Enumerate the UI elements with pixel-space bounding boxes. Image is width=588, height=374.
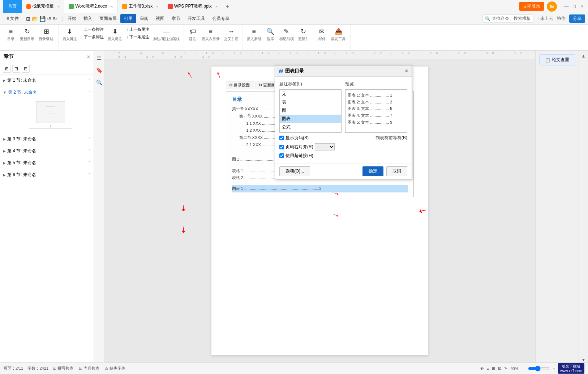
ribbon-toc-btn[interactable]: ≡ 目录 <box>4 26 17 43</box>
status-spell[interactable]: ☑ 拼写检查· <box>53 366 74 371</box>
checkbox-align-page-label: 页码右对齐(R) <box>286 144 313 150</box>
insert-footnote-icon: ⬇ <box>65 27 74 36</box>
tab-leader-section: 制表符前导符(B) <box>375 135 407 141</box>
ribbon-update-citation-btn[interactable]: ↻ 更新引 <box>296 26 311 43</box>
ribbon-search-lib-btn[interactable]: 🔍 搜库 <box>264 26 277 43</box>
ribbon-separator-btn[interactable]: — 脚注/尾注分隔线 <box>151 26 181 43</box>
caption-label-formula[interactable]: 公式 <box>280 123 341 131</box>
menu-layout[interactable]: 页面布局 <box>96 14 120 23</box>
ribbon-insert-footnote-btn[interactable]: ⬇ 插入脚注 <box>61 26 79 43</box>
ribbon-mail-btn[interactable]: ✉ 邮件 <box>316 26 329 43</box>
tab-word-close[interactable]: × <box>111 4 113 9</box>
avatar[interactable]: tE <box>547 1 557 12</box>
scroll-up-btn[interactable]: ▲ <box>581 54 586 59</box>
tab-home[interactable]: 首页 <box>3 0 22 13</box>
new-icon[interactable]: ⊞ <box>26 16 30 22</box>
sidebar-item-section1[interactable]: ▶ 第 1 节: 未命名 ˅ <box>0 76 94 85</box>
add-tab-button[interactable]: + <box>222 3 233 10</box>
status-view-list[interactable]: ≡ <box>487 366 489 371</box>
undo-icon[interactable]: ↺ <box>47 16 51 22</box>
ribbon-bulk-mail-btn[interactable]: 📤 群发工具· <box>329 26 348 43</box>
tool-outline[interactable]: ☰ <box>95 54 103 62</box>
status-view-grid[interactable]: ⊞ <box>492 366 495 371</box>
sidebar-header: 章节 × <box>0 51 94 63</box>
ribbon-insert-table-btn[interactable]: ≡ 插入表目录 <box>200 26 222 43</box>
status-edit-icon[interactable]: ✎ <box>504 366 507 371</box>
collaborate-btn[interactable]: 协作 <box>557 16 566 22</box>
paper-check-btn[interactable]: 📋 论文查重 <box>539 54 575 65</box>
open-icon[interactable]: 📂 <box>32 16 38 22</box>
checkbox-align-page-input[interactable] <box>279 145 284 149</box>
menu-reference[interactable]: 引用 <box>120 14 136 23</box>
share-btn[interactable]: 分享 <box>569 14 585 23</box>
menu-icons[interactable]: ⊞ 📂 💾 ↺ ↻ <box>22 14 61 23</box>
sidebar-tool-delete[interactable]: ⊟ <box>22 65 30 73</box>
login-button[interactable]: 立即登录 <box>519 2 544 11</box>
redo-icon[interactable]: ↻ <box>53 16 57 22</box>
zoom-decrease-btn[interactable]: — <box>521 366 525 371</box>
caption-label-none[interactable]: 无 <box>280 90 341 98</box>
menu-view[interactable]: 视图 <box>152 14 168 23</box>
zoom-slider[interactable] <box>528 366 550 371</box>
next-footnote-btn[interactable]: ↓ 下一条脚注 <box>80 34 106 41</box>
search-box[interactable]: 🔍 查找命令、搜索模板 <box>482 14 533 23</box>
caption-label-figure[interactable]: 图 <box>280 106 341 115</box>
options-btn[interactable]: 选项(O)... <box>279 166 310 176</box>
status-view-full[interactable]: ⊡ <box>498 366 501 371</box>
checkbox-hyperlink-input[interactable] <box>279 153 284 158</box>
tab-template[interactable]: 找纸壳模板 × <box>22 0 64 13</box>
menu-vip[interactable]: 会员专享 <box>209 14 233 23</box>
cancel-btn[interactable]: 取消 <box>386 166 407 176</box>
tab-excel[interactable]: 工作簿3.xlsx × <box>118 0 163 13</box>
prev-endnote-btn[interactable]: ↑ 上一条尾注 <box>125 26 151 33</box>
tab-word[interactable]: Word教程2.docx × <box>64 0 117 13</box>
tab-leader-select[interactable]: ........ <box>315 143 335 150</box>
tab-template-close[interactable]: × <box>57 4 60 9</box>
tool-bookmark[interactable]: 🔖 <box>95 66 103 75</box>
sidebar-item-section2[interactable]: ▼ 第 2 节: 未命名 ˅ <box>0 88 94 97</box>
tab-ppt[interactable]: WPS PPT教程.pptx × <box>163 0 222 13</box>
scroll-down-btn[interactable]: ▼ <box>581 357 586 362</box>
ribbon-caption-btns: 🏷 题注 ≡ 插入表目录 ↔ 交叉引用 <box>186 26 240 43</box>
ribbon-insert-index-btn[interactable]: ≡ 插入索引 <box>245 26 263 43</box>
menu-start[interactable]: 开始 <box>64 14 80 23</box>
ribbon-insert-endnote-btn[interactable]: ⬇ 插入尾注 <box>106 26 124 43</box>
dialog-close-btn[interactable]: × <box>405 68 408 74</box>
right-panel-sep <box>538 70 576 70</box>
ribbon-cross-ref-btn[interactable]: ↔ 交叉引用 <box>222 26 240 43</box>
maximize-button[interactable]: □ <box>571 4 577 9</box>
sidebar-item-section5[interactable]: ▶ 第 5 节: 未命名 ˅ <box>0 158 94 167</box>
tab-ppt-close[interactable]: × <box>215 4 218 9</box>
menu-dev[interactable]: 开发工具 <box>184 14 209 23</box>
menu-review[interactable]: 审阅 <box>136 14 152 23</box>
close-button[interactable]: × <box>579 4 585 9</box>
caption-labels-list[interactable]: 无 表 图 图表 公式 <box>279 89 342 133</box>
save-icon[interactable]: 💾 <box>39 16 46 22</box>
ok-btn[interactable]: 确定 <box>362 166 383 176</box>
menu-insert[interactable]: 插入 <box>80 14 96 23</box>
status-content-check[interactable]: ☑ 内容检查· <box>79 366 100 371</box>
toc-settings-btn[interactable]: ⚙ 目录设置· <box>226 81 254 89</box>
zoom-increase-btn[interactable]: + <box>553 366 555 371</box>
sidebar-item-section4[interactable]: ▶ 第 4 节: 未命名 ˅ <box>0 146 94 156</box>
tool-search[interactable]: 🔍 <box>95 78 103 87</box>
next-endnote-btn[interactable]: ↓ 下一条尾注 <box>125 34 151 41</box>
prev-footnote-btn[interactable]: ↑ 上一条脚注 <box>80 26 106 33</box>
checkbox-show-page-input[interactable] <box>279 136 284 140</box>
caption-label-table[interactable]: 表 <box>280 98 341 106</box>
menu-section[interactable]: 章节 <box>168 14 184 23</box>
sidebar-item-section3[interactable]: ▶ 第 3 节: 未命名 ˅ <box>0 135 94 144</box>
ribbon-mark-citation-btn[interactable]: ✎ 标记引项 <box>278 26 296 43</box>
sidebar-tool-edit[interactable]: ⊡ <box>12 65 20 73</box>
ribbon-toc-level-btn[interactable]: ⊞ 目录级别· <box>37 26 56 43</box>
ribbon-update-toc-btn[interactable]: ↻ 更新目录 <box>18 26 36 43</box>
tab-excel-close[interactable]: × <box>156 4 158 9</box>
minimize-button[interactable]: — <box>563 4 569 9</box>
sidebar-tool-add[interactable]: ⊞ <box>3 65 11 73</box>
sidebar-item-section6[interactable]: ▶ 第 6 节: 未命名 ˅ <box>0 170 94 179</box>
menu-file[interactable]: ≡ 文件 <box>3 14 22 23</box>
cloud-status[interactable]: ↑ 未上云 <box>537 16 553 22</box>
caption-label-chart[interactable]: 图表 <box>280 115 341 123</box>
ribbon-caption-btn[interactable]: 🏷 题注 <box>186 26 199 43</box>
sidebar-close-button[interactable]: × <box>87 54 90 60</box>
